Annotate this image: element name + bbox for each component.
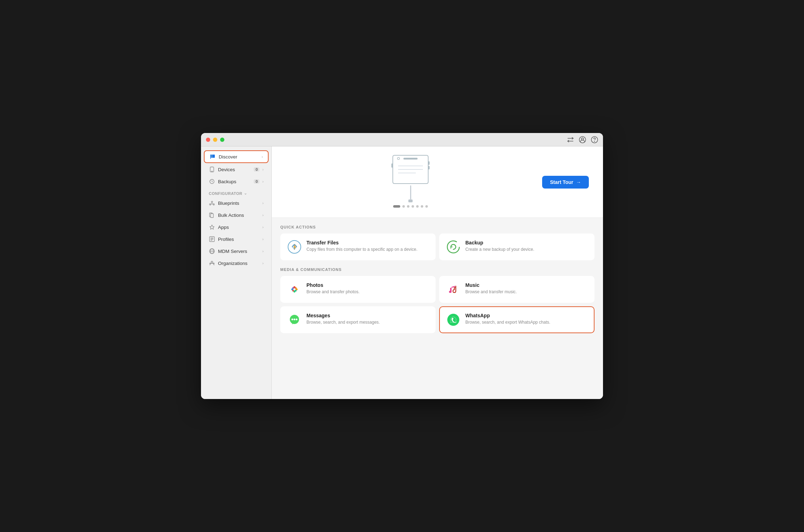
svg-point-23 — [210, 263, 211, 264]
sidebar-item-organizations[interactable]: Organizations › — [204, 258, 269, 269]
svg-point-22 — [211, 261, 213, 263]
whatsapp-text: WhatsApp Browse, search, and export What… — [465, 313, 550, 325]
sidebar-item-backups-label: Backups — [218, 179, 251, 184]
sidebar: Discover › Devices 0 › — [201, 146, 272, 399]
whatsapp-card[interactable]: WhatsApp Browse, search, and export What… — [439, 306, 595, 333]
backup-desc: Create a new backup of your device. — [465, 247, 534, 253]
photos-icon — [287, 282, 302, 296]
messages-card[interactable]: Messages Browse, search, and export mess… — [280, 306, 436, 333]
dot — [412, 205, 414, 208]
backup-icon — [209, 178, 215, 185]
svg-point-38 — [294, 319, 295, 320]
whatsapp-icon — [446, 313, 460, 327]
sidebar-item-devices[interactable]: Devices 0 › — [204, 164, 269, 175]
dot — [425, 205, 428, 208]
apps-icon — [209, 224, 215, 230]
dot — [421, 205, 423, 208]
titlebar-actions — [567, 136, 598, 143]
sidebar-item-mdm-servers[interactable]: MDM Servers › — [204, 245, 269, 257]
chevron-right-icon: › — [262, 261, 264, 265]
chevron-right-icon: › — [262, 201, 264, 205]
profiles-icon — [209, 236, 215, 242]
whatsapp-desc: Browse, search, and export WhatsApp chat… — [465, 319, 550, 325]
section-chevron-icon: ⌄ — [244, 191, 247, 196]
chevron-right-icon: › — [262, 237, 264, 241]
close-button[interactable] — [206, 138, 210, 142]
minimize-button[interactable] — [213, 138, 217, 142]
svg-point-37 — [292, 319, 293, 320]
hero-image — [279, 154, 542, 210]
section-title: CONFIGURATOR — [209, 191, 242, 196]
chevron-right-icon: › — [262, 167, 264, 172]
transfer-files-title: Transfer Files — [306, 240, 417, 245]
sidebar-item-profiles-label: Profiles — [218, 237, 259, 242]
chevron-right-icon: › — [262, 155, 263, 159]
carousel-dots — [393, 205, 428, 208]
sidebar-item-discover[interactable]: Discover › — [204, 150, 269, 163]
svg-point-24 — [213, 263, 214, 264]
chevron-right-icon: › — [262, 225, 264, 229]
maximize-button[interactable] — [220, 138, 224, 142]
bulk-icon — [209, 212, 215, 218]
backup-text: Backup Create a new backup of your devic… — [465, 240, 534, 253]
svg-point-39 — [296, 319, 298, 320]
backup-card[interactable]: Backup Create a new backup of your devic… — [439, 233, 595, 260]
dot-active — [393, 205, 400, 208]
main-content: Start Tour → QUICK ACTIONS — [272, 146, 603, 399]
backup-card-icon — [446, 240, 460, 254]
phone-drawing — [372, 154, 449, 185]
media-comm-title: MEDIA & COMMUNICATIONS — [280, 267, 595, 272]
messages-text: Messages Browse, search, and export mess… — [306, 313, 380, 325]
device-icon — [209, 166, 215, 173]
messages-icon — [287, 313, 302, 327]
whatsapp-title: WhatsApp — [465, 313, 550, 318]
backup-title: Backup — [465, 240, 534, 245]
svg-point-35 — [293, 288, 295, 290]
svg-point-40 — [447, 314, 459, 326]
sidebar-item-apps-label: Apps — [218, 225, 259, 230]
transfer-files-card[interactable]: Transfer Files Copy files from this comp… — [280, 233, 436, 260]
svg-point-10 — [211, 201, 213, 203]
mdm-icon — [209, 248, 215, 254]
sidebar-item-organizations-label: Organizations — [218, 261, 259, 266]
start-tour-label: Start Tour — [550, 179, 573, 185]
content-area: QUICK ACTIONS — [272, 218, 603, 347]
photos-text: Photos Browse and transfer photos. — [306, 282, 360, 295]
svg-rect-17 — [211, 214, 213, 218]
svg-rect-25 — [403, 158, 418, 160]
sidebar-item-backups[interactable]: Backups 0 › — [204, 176, 269, 187]
traffic-lights — [206, 138, 224, 142]
svg-rect-32 — [428, 166, 430, 169]
music-desc: Browse and transfer music. — [465, 289, 517, 295]
transfer-files-text: Transfer Files Copy files from this comp… — [306, 240, 417, 253]
help-icon[interactable] — [591, 136, 598, 143]
transfer-files-desc: Copy files from this computer to a speci… — [306, 247, 417, 253]
start-tour-button[interactable]: Start Tour → — [542, 176, 589, 189]
photos-card[interactable]: Photos Browse and transfer photos. — [280, 276, 436, 303]
music-card[interactable]: Music Browse and transfer music. — [439, 276, 595, 303]
sidebar-item-bulk-actions[interactable]: Bulk Actions › — [204, 209, 269, 221]
messages-desc: Browse, search, and export messages. — [306, 319, 380, 325]
flag-icon — [209, 154, 216, 160]
svg-rect-30 — [391, 163, 393, 168]
user-icon[interactable] — [579, 136, 586, 143]
blueprint-icon — [209, 200, 215, 206]
org-icon — [209, 260, 215, 266]
sidebar-item-blueprints[interactable]: Blueprints › — [204, 197, 269, 209]
sidebar-item-apps[interactable]: Apps › — [204, 221, 269, 233]
quick-actions-grid: Transfer Files Copy files from this comp… — [280, 233, 595, 260]
photos-desc: Browse and transfer photos. — [306, 289, 360, 295]
transfer-icon[interactable] — [567, 137, 574, 143]
sidebar-item-discover-label: Discover — [219, 154, 259, 160]
chevron-right-icon: › — [262, 213, 264, 217]
svg-point-26 — [397, 157, 400, 160]
svg-point-3 — [595, 141, 595, 141]
media-comm-grid: Photos Browse and transfer photos. — [280, 276, 595, 333]
dot — [402, 205, 405, 208]
sidebar-item-profiles[interactable]: Profiles › — [204, 233, 269, 245]
dot — [407, 205, 409, 208]
arrow-right-icon: → — [576, 179, 581, 185]
configurator-section-header: CONFIGURATOR ⌄ — [201, 187, 271, 197]
app-window: Discover › Devices 0 › — [201, 133, 603, 399]
svg-rect-5 — [211, 155, 213, 158]
